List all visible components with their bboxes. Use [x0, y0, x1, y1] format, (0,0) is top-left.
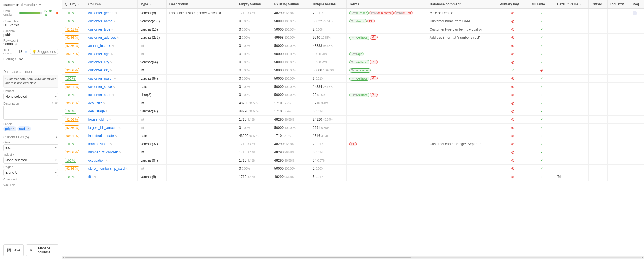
nullable-check: ✓ — [540, 27, 543, 32]
col-header-column[interactable]: Column ↕ — [85, 0, 138, 9]
dataset-select[interactable]: None selected — [3, 93, 58, 100]
description-input[interactable] — [3, 106, 58, 120]
cell-industry-18 — [608, 156, 630, 165]
col-edit-icon-19[interactable]: ✎ — [125, 167, 128, 170]
col-header-unique-values[interactable]: Unique values ↕ — [310, 0, 347, 9]
col-edit-icon-20[interactable]: ✎ — [94, 175, 96, 179]
col-header-quality[interactable]: Quality ↕ — [62, 0, 85, 9]
cell-default-8 — [554, 75, 589, 83]
col-edit-icon-12[interactable]: ✎ — [105, 110, 108, 113]
cell-dbcomment-2: Customer type can be Individual or... — [427, 25, 497, 34]
cell-terms-6: TermAddressPII — [346, 58, 427, 66]
col-edit-icon-14[interactable]: ✎ — [118, 126, 121, 129]
col-header-empty-values[interactable]: Empty values ↕ — [236, 0, 271, 9]
quality-badge-20: 100 % — [65, 175, 76, 179]
db-comment-label: Database comment — [3, 70, 33, 74]
col-header-reg[interactable]: Reg — [630, 0, 644, 9]
col-name-2[interactable]: customer_type✎ — [88, 27, 135, 31]
col-name-11[interactable]: deal_size✎ — [88, 101, 135, 105]
col-edit-icon-6[interactable]: ✎ — [110, 61, 112, 64]
col-name-8[interactable]: customer_region✎ — [88, 77, 135, 80]
col-edit-icon-4[interactable]: ✎ — [112, 44, 114, 47]
col-name-9[interactable]: customer_since✎ — [88, 85, 135, 89]
col-header-existing-values[interactable]: Existing values ↕ — [271, 0, 310, 9]
cell-reg-2 — [630, 25, 644, 34]
col-header-owner[interactable]: Owner — [588, 0, 607, 9]
col-name-1[interactable]: customer_name✎ — [88, 19, 135, 23]
col-edit-icon-8[interactable]: ✎ — [114, 77, 116, 80]
col-name-3[interactable]: customer_address✎ — [88, 36, 135, 40]
quality-percentage: 92.78 % — [44, 9, 55, 17]
col-name-6[interactable]: customer_city✎ — [88, 60, 135, 64]
cell-industry-8 — [608, 75, 630, 83]
col-edit-icon-15[interactable]: ✎ — [115, 134, 117, 138]
col-name-18[interactable]: occupation✎ — [88, 158, 135, 162]
wiki-link-expand-icon[interactable]: — — [56, 183, 58, 187]
manage-columns-button[interactable]: ✏ Manage columns — [26, 244, 58, 256]
col-name-10[interactable]: customer_state✎ — [88, 93, 135, 97]
col-name-17[interactable]: number_of_children✎ — [88, 150, 135, 154]
col-header-primary-key[interactable]: Primary key ↕ — [497, 0, 529, 9]
col-name-20[interactable]: title✎ — [88, 175, 135, 179]
col-edit-icon-11[interactable]: ✎ — [103, 102, 105, 105]
col-edit-icon-16[interactable]: ✎ — [110, 143, 112, 146]
col-edit-icon-18[interactable]: ✎ — [105, 159, 108, 162]
cell-empty-18: 1710 3.42% — [236, 156, 271, 165]
industry-select[interactable]: None selected — [3, 157, 58, 164]
add-test-icon[interactable]: ⊕ — [25, 50, 27, 54]
col-edit-icon-9[interactable]: ✎ — [113, 85, 115, 88]
save-button[interactable]: 💾 Save — [3, 244, 24, 256]
col-name-12[interactable]: deal_stage✎ — [88, 109, 135, 113]
col-name-14[interactable]: largest_bill_amount✎ — [88, 126, 135, 130]
col-header-default-value[interactable]: Default value ↕ — [554, 0, 589, 9]
col-edit-icon-17[interactable]: ✎ — [119, 151, 121, 154]
chip-audit-remove[interactable]: ✕ — [27, 127, 29, 130]
primary-key-x: ⊗ — [511, 101, 515, 105]
col-edit-icon-3[interactable]: ✎ — [117, 36, 119, 39]
col-name-16[interactable]: marital_status✎ — [88, 142, 135, 146]
col-name-5[interactable]: customer_age✎ — [88, 52, 135, 56]
col-header-db-comment[interactable]: Database comment ↕ — [427, 0, 497, 9]
horizontal-scrollbar[interactable]: ‹ › — [62, 256, 644, 259]
col-name-7[interactable]: customer_key✎ — [88, 68, 135, 72]
chip-gdpr-remove[interactable]: ✕ — [12, 127, 15, 130]
col-header-type[interactable]: Type ↕ — [138, 0, 166, 9]
cell-reg-12 — [630, 107, 644, 116]
col-header-nullable[interactable]: Nullable ↕ — [529, 0, 554, 9]
col-edit-icon-10[interactable]: ✎ — [112, 93, 114, 97]
col-name-13[interactable]: household_id✎ — [88, 117, 135, 121]
cell-terms-17 — [346, 148, 427, 156]
col-edit-icon-5[interactable]: ✎ — [111, 53, 113, 56]
cell-owner-9 — [588, 83, 607, 91]
cell-dbcomment-4 — [427, 42, 497, 50]
col-name-15[interactable]: last_deal_update✎ — [88, 134, 135, 138]
cell-desc-11 — [166, 99, 236, 107]
col-name-0[interactable]: customer_gender✎ — [88, 11, 135, 15]
table-container[interactable]: Quality ↕ Column ↕ Type ↕ Description ↕ … — [62, 0, 644, 256]
owner-select[interactable]: test — [3, 144, 58, 151]
col-edit-icon-13[interactable]: ✎ — [109, 118, 111, 121]
col-name-19[interactable]: store_membership_card✎ — [88, 167, 135, 171]
col-edit-icon-0[interactable]: ✎ — [115, 12, 118, 15]
col-edit-icon-7[interactable]: ✎ — [110, 69, 112, 72]
test-cases-value: 18 — [19, 50, 22, 54]
col-header-terms[interactable]: Terms — [346, 0, 427, 9]
col-header-description[interactable]: Description ↕ — [166, 0, 236, 9]
scroll-right-icon[interactable]: › — [642, 256, 643, 259]
industry-select-wrapper: None selected — [3, 157, 58, 164]
col-header-industry[interactable]: Industry — [608, 0, 630, 9]
col-edit-icon-2[interactable]: ✎ — [111, 28, 113, 31]
toggle-custom-fields-icon[interactable]: ▲ — [55, 135, 58, 139]
cell-terms-1: TermNamePII — [346, 17, 427, 25]
col-edit-icon-1[interactable]: ✎ — [113, 20, 116, 23]
title-edit-icon[interactable]: ✏ — [39, 3, 41, 7]
col-name-4[interactable]: annual_income✎ — [88, 44, 135, 48]
region-select[interactable]: E and U — [3, 169, 58, 176]
description-label: Description — [3, 102, 19, 105]
scroll-left-icon[interactable]: ‹ — [63, 256, 64, 259]
suggestions-button[interactable]: 💡 Suggestions — [30, 49, 58, 55]
primary-key-x: ⊗ — [511, 166, 515, 171]
schema-field: Schema public — [3, 29, 58, 37]
cell-unique-6: 109 0.22% — [310, 58, 347, 66]
cell-type-17: int — [138, 148, 166, 156]
